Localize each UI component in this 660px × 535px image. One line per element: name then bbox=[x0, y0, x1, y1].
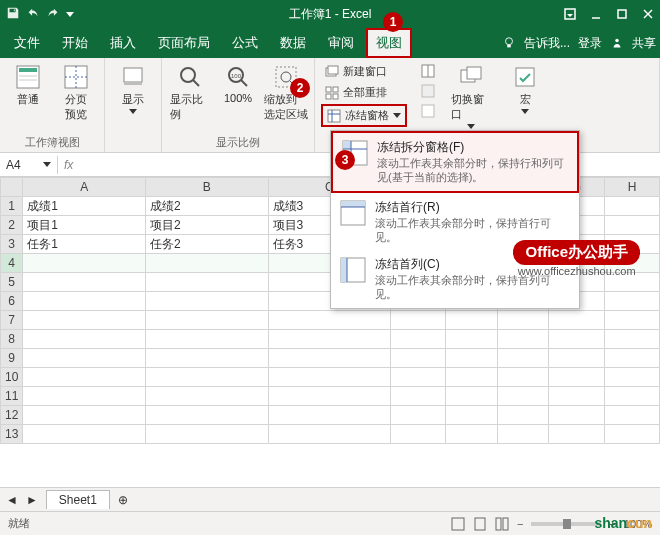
tab-formulas[interactable]: 公式 bbox=[222, 28, 268, 58]
row-header[interactable]: 8 bbox=[1, 330, 23, 349]
zoom-100-button[interactable]: 100 100% bbox=[216, 62, 260, 106]
zoom-out-icon[interactable]: − bbox=[517, 518, 523, 530]
page-break-button[interactable]: 分页 预览 bbox=[54, 62, 98, 124]
cell[interactable] bbox=[23, 425, 146, 444]
cell[interactable] bbox=[498, 425, 548, 444]
select-all-corner[interactable] bbox=[1, 178, 23, 197]
cell[interactable] bbox=[145, 273, 268, 292]
cell[interactable] bbox=[391, 387, 446, 406]
sheet-nav-prev-icon[interactable]: ◄ bbox=[6, 493, 18, 507]
login-label[interactable]: 登录 bbox=[578, 35, 602, 52]
new-window-button[interactable]: 新建窗口 bbox=[321, 62, 407, 81]
cell[interactable] bbox=[605, 349, 660, 368]
cell[interactable] bbox=[445, 425, 498, 444]
cell[interactable] bbox=[145, 292, 268, 311]
freeze-panes-button[interactable]: 冻结窗格 bbox=[321, 104, 407, 127]
row-header[interactable]: 3 bbox=[1, 235, 23, 254]
maximize-icon[interactable] bbox=[616, 8, 628, 20]
cell[interactable] bbox=[548, 387, 605, 406]
tab-view[interactable]: 视图 bbox=[366, 28, 412, 58]
cell[interactable] bbox=[548, 368, 605, 387]
cell[interactable] bbox=[605, 216, 660, 235]
cell[interactable] bbox=[145, 254, 268, 273]
row-header[interactable]: 2 bbox=[1, 216, 23, 235]
cell[interactable] bbox=[548, 311, 605, 330]
cell[interactable] bbox=[23, 368, 146, 387]
cell[interactable] bbox=[605, 292, 660, 311]
cell[interactable] bbox=[145, 368, 268, 387]
cell[interactable] bbox=[391, 406, 446, 425]
cell[interactable] bbox=[498, 387, 548, 406]
cell[interactable] bbox=[391, 349, 446, 368]
tab-insert[interactable]: 插入 bbox=[100, 28, 146, 58]
row-header[interactable]: 12 bbox=[1, 406, 23, 425]
arrange-all-button[interactable]: 全部重排 bbox=[321, 83, 407, 102]
row-header[interactable]: 7 bbox=[1, 311, 23, 330]
cell[interactable] bbox=[498, 330, 548, 349]
sheet-tab[interactable]: Sheet1 bbox=[46, 490, 110, 509]
switch-windows-button[interactable]: 切换窗口 bbox=[449, 62, 493, 131]
cell[interactable] bbox=[23, 349, 146, 368]
cell[interactable] bbox=[145, 387, 268, 406]
cell[interactable] bbox=[548, 406, 605, 425]
column-header[interactable]: H bbox=[605, 178, 660, 197]
share-label[interactable]: 共享 bbox=[632, 35, 656, 52]
cell[interactable] bbox=[605, 368, 660, 387]
cell[interactable] bbox=[268, 406, 391, 425]
zoom-slider[interactable] bbox=[531, 522, 601, 526]
cell[interactable] bbox=[605, 425, 660, 444]
cell[interactable] bbox=[145, 349, 268, 368]
tab-review[interactable]: 审阅 bbox=[318, 28, 364, 58]
row-header[interactable]: 9 bbox=[1, 349, 23, 368]
cell[interactable]: 项目2 bbox=[145, 216, 268, 235]
cell[interactable] bbox=[23, 273, 146, 292]
cell[interactable] bbox=[445, 330, 498, 349]
column-header[interactable]: B bbox=[145, 178, 268, 197]
qat-dropdown-icon[interactable] bbox=[66, 12, 74, 17]
cell[interactable] bbox=[605, 406, 660, 425]
cell[interactable] bbox=[268, 425, 391, 444]
cell[interactable] bbox=[548, 349, 605, 368]
cell[interactable] bbox=[548, 330, 605, 349]
column-header[interactable]: A bbox=[23, 178, 146, 197]
cell[interactable] bbox=[23, 311, 146, 330]
cell[interactable] bbox=[605, 311, 660, 330]
unhide-button[interactable] bbox=[417, 102, 439, 120]
cell[interactable] bbox=[445, 349, 498, 368]
row-header[interactable]: 4 bbox=[1, 254, 23, 273]
cell[interactable] bbox=[145, 406, 268, 425]
sheet-nav-next-icon[interactable]: ► bbox=[26, 493, 38, 507]
cell[interactable] bbox=[605, 330, 660, 349]
cell[interactable] bbox=[23, 387, 146, 406]
freeze-panes-option[interactable]: 冻结拆分窗格(F)滚动工作表其余部分时，保持行和列可见(基于当前的选择)。 bbox=[331, 131, 579, 193]
minimize-icon[interactable] bbox=[590, 8, 602, 20]
tab-page-layout[interactable]: 页面布局 bbox=[148, 28, 220, 58]
macros-button[interactable]: 宏 bbox=[503, 62, 547, 116]
cell[interactable] bbox=[498, 311, 548, 330]
cell[interactable] bbox=[498, 368, 548, 387]
cell[interactable] bbox=[145, 330, 268, 349]
cell[interactable] bbox=[268, 368, 391, 387]
undo-icon[interactable] bbox=[26, 6, 40, 23]
tab-home[interactable]: 开始 bbox=[52, 28, 98, 58]
cell[interactable] bbox=[23, 292, 146, 311]
fx-icon[interactable]: fx bbox=[64, 158, 73, 172]
cell[interactable] bbox=[23, 330, 146, 349]
tell-me-label[interactable]: 告诉我... bbox=[524, 35, 570, 52]
show-button[interactable]: 显示 bbox=[111, 62, 155, 116]
normal-view-button[interactable]: 普通 bbox=[6, 62, 50, 109]
cell[interactable] bbox=[391, 330, 446, 349]
cell[interactable]: 项目1 bbox=[23, 216, 146, 235]
row-header[interactable]: 13 bbox=[1, 425, 23, 444]
cell[interactable] bbox=[498, 406, 548, 425]
cell[interactable] bbox=[23, 406, 146, 425]
cell[interactable] bbox=[23, 254, 146, 273]
row-header[interactable]: 1 bbox=[1, 197, 23, 216]
row-header[interactable]: 5 bbox=[1, 273, 23, 292]
add-sheet-icon[interactable]: ⊕ bbox=[118, 493, 128, 507]
row-header[interactable]: 10 bbox=[1, 368, 23, 387]
cell[interactable] bbox=[605, 197, 660, 216]
close-icon[interactable] bbox=[642, 8, 654, 20]
row-header[interactable]: 6 bbox=[1, 292, 23, 311]
cell[interactable] bbox=[445, 387, 498, 406]
